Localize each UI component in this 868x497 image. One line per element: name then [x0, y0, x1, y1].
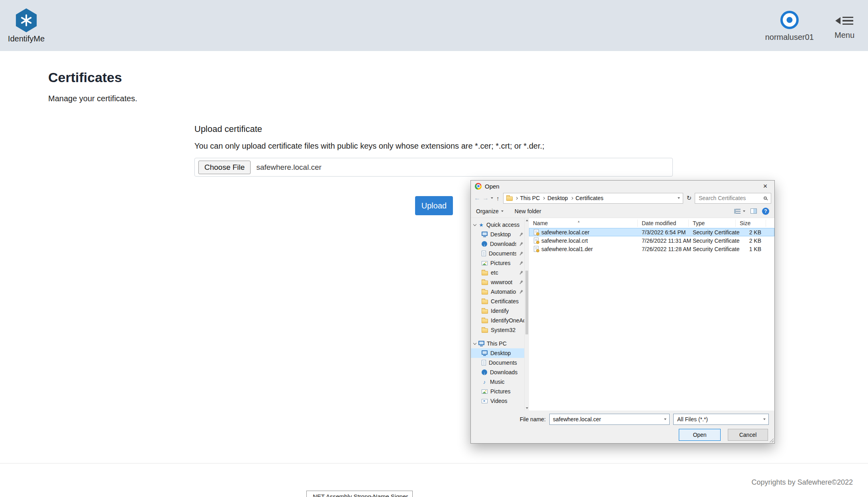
new-folder-button[interactable]: New folder	[515, 208, 541, 214]
file-type-select[interactable]: All Files (*.*)	[673, 414, 769, 425]
chrome-icon	[475, 183, 482, 190]
sidebar-item-automationt[interactable]: AutomationT	[471, 287, 524, 297]
column-header-type[interactable]: Type	[689, 220, 736, 227]
menu-arrow-icon	[835, 17, 841, 24]
back-icon[interactable]: ←	[474, 195, 480, 201]
column-header-name[interactable]: ▴ Name	[529, 220, 638, 227]
identifyme-logo-icon	[15, 8, 38, 32]
column-header-size[interactable]: Size	[736, 220, 766, 227]
pin-icon	[518, 251, 524, 256]
sidebar-item-pictures[interactable]: Pictures	[471, 258, 524, 268]
column-header-date-modified[interactable]: Date modified	[638, 220, 689, 227]
chevron-expanded-icon	[473, 341, 476, 344]
sidebar-item-identifyoneadm[interactable]: IdentifyOneAdm	[471, 316, 524, 325]
toolbar-right: ?	[734, 208, 769, 215]
sidebar-group-this-pc[interactable]: This PC	[471, 339, 524, 348]
folder-icon	[482, 281, 488, 285]
chevron-down-icon	[743, 210, 745, 212]
this-pc-icon	[478, 341, 484, 345]
file-name-combobox[interactable]	[549, 414, 670, 425]
organize-button[interactable]: Organize	[476, 208, 504, 214]
sidebar-item-etc[interactable]: etc	[471, 268, 524, 277]
pictures-icon	[482, 261, 488, 265]
scroll-down-icon[interactable]	[525, 406, 529, 411]
chevron-down-icon	[501, 210, 504, 212]
sidebar-item-pc-documents[interactable]: Documents	[471, 358, 524, 367]
brand[interactable]: IdentifyMe	[6, 8, 47, 43]
up-icon[interactable]: ↑	[496, 195, 500, 201]
breadcrumb-certificates[interactable]: Certificates	[576, 195, 603, 201]
forward-icon[interactable]: →	[482, 195, 489, 201]
certificate-file-icon	[534, 246, 539, 252]
sidebar-item-pc-downloads[interactable]: Downloads	[471, 367, 524, 377]
dialog-cancel-button[interactable]: Cancel	[728, 429, 768, 441]
recent-locations-icon[interactable]	[491, 197, 493, 199]
sidebar-item-pc-videos[interactable]: Videos	[471, 396, 524, 406]
menu-button[interactable]: Menu	[835, 9, 854, 40]
sidebar-item-wwwroot[interactable]: wwwroot	[471, 277, 524, 287]
list-view-icon	[734, 209, 741, 214]
breadcrumb-desktop[interactable]: Desktop	[547, 195, 568, 201]
file-row-safewhere-local-crt[interactable]: safewhere.local.crt 7/26/2022 11:31 AM S…	[529, 236, 774, 245]
file-list-header: ▴ Name Date modified Type Size	[529, 218, 774, 228]
dialog-open-button[interactable]: Open	[679, 429, 721, 441]
refresh-icon[interactable]: ↻	[686, 194, 692, 202]
file-row-safewhere-local-cer[interactable]: safewhere.local.cer 7/3/2022 6:54 PM Sec…	[529, 228, 774, 236]
user-menu[interactable]: normaluser01	[765, 9, 814, 42]
sidebar-item-certificates[interactable]: Certificates	[471, 297, 524, 306]
breadcrumb[interactable]: This PC Desktop Certificates	[503, 193, 684, 204]
combobox-dropdown-icon[interactable]	[661, 418, 669, 420]
breadcrumb-dropdown-icon[interactable]	[678, 197, 680, 199]
sidebar-item-pc-pictures[interactable]: Pictures	[471, 387, 524, 396]
search-input[interactable]	[698, 194, 764, 202]
choose-file-button[interactable]: Choose File	[198, 161, 251, 174]
chevron-expanded-icon	[473, 222, 476, 226]
sidebar-group-quick-access[interactable]: Quick access	[471, 220, 524, 230]
page-title: Certificates	[48, 70, 868, 85]
chevron-right-icon	[542, 196, 545, 199]
pin-icon	[518, 260, 524, 266]
sidebar-item-system32[interactable]: System32	[471, 325, 524, 335]
certificate-file-icon	[534, 229, 539, 235]
user-name-label: normaluser01	[765, 33, 814, 42]
close-icon[interactable]: ×	[756, 181, 774, 192]
search-box[interactable]	[695, 193, 771, 204]
folder-icon	[482, 290, 488, 295]
upload-button[interactable]: Upload	[415, 196, 453, 215]
snowflake-icon	[25, 14, 27, 26]
column-header-filler	[766, 220, 774, 227]
file-name-label: File name:	[520, 416, 546, 422]
pin-icon	[518, 279, 524, 285]
file-name-input[interactable]	[550, 416, 661, 423]
chevron-right-icon	[570, 196, 573, 199]
scroll-up-icon[interactable]	[525, 218, 529, 223]
help-icon[interactable]: ?	[762, 208, 769, 215]
certificate-file-icon	[534, 238, 539, 244]
sidebar-scrollbar[interactable]	[524, 218, 529, 411]
sidebar-item-pc-desktop[interactable]: Desktop	[471, 348, 524, 358]
sidebar-item-pc-music[interactable]: Music	[471, 377, 524, 387]
sidebar-item-desktop[interactable]: Desktop	[471, 230, 524, 239]
preview-pane-icon[interactable]	[750, 208, 757, 214]
file-input[interactable]: Choose File safewhere.local.cer	[194, 158, 673, 177]
footer-divider	[0, 463, 868, 464]
pin-icon	[518, 241, 524, 247]
breadcrumb-this-pc[interactable]: This PC	[520, 195, 540, 201]
sidebar-item-identify[interactable]: Identify	[471, 306, 524, 316]
menu-icon	[835, 14, 853, 28]
folder-icon	[482, 319, 488, 323]
upload-description: You can only upload certificate files wi…	[194, 141, 673, 151]
folder-icon	[482, 309, 488, 314]
dialog-sidebar: Quick access Desktop Downloads Documents…	[471, 218, 524, 411]
change-view-button[interactable]	[734, 209, 745, 214]
organize-label: Organize	[476, 208, 499, 214]
scrollbar-thumb[interactable]	[525, 271, 528, 334]
dialog-toolbar: Organize New folder ?	[471, 204, 774, 218]
file-row-safewhere-local1-der[interactable]: safewhere.local1.der 7/26/2022 11:28 AM …	[529, 245, 774, 253]
file-type-value: All Files (*.*)	[677, 416, 708, 422]
dialog-body: Quick access Desktop Downloads Documents…	[471, 218, 774, 411]
dialog-title-bar[interactable]: Open ×	[471, 181, 774, 192]
sidebar-item-downloads[interactable]: Downloads	[471, 239, 524, 249]
music-icon	[482, 379, 487, 385]
sidebar-item-documents[interactable]: Documents	[471, 249, 524, 258]
